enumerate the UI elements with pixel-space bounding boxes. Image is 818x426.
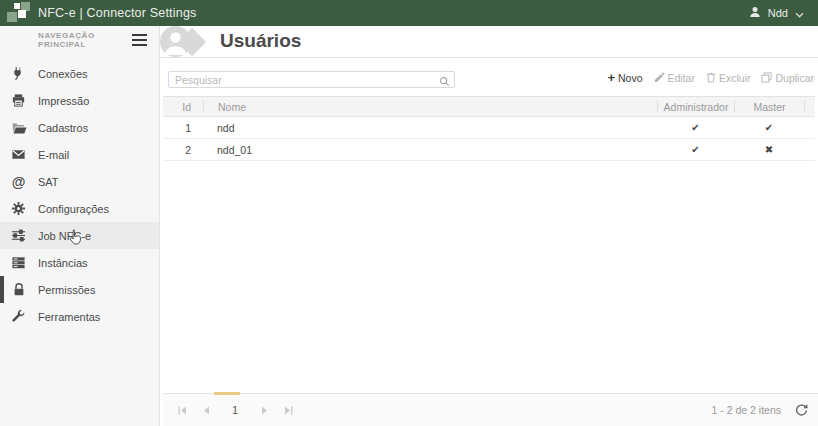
envelope-icon [10, 146, 27, 163]
sliders-icon [10, 227, 27, 244]
at-sign-icon: @ [10, 173, 27, 190]
search-icon [439, 73, 450, 91]
page-header: Usuários [160, 26, 818, 58]
users-grid: Id Nome Administrador Master 1 ndd ✔ ✔ 2… [163, 96, 815, 161]
table-row[interactable]: 2 ndd_01 ✔ ✖ [163, 139, 815, 161]
user-avatar-badge [160, 26, 191, 57]
delete-button-label: Excluir [719, 72, 751, 84]
column-header-nome[interactable]: Nome [203, 100, 657, 113]
sidebar-item-label: Conexões [38, 68, 88, 80]
new-button-label: Novo [618, 72, 643, 84]
nav-list: Conexões Impressão Cadastros E-mail [0, 60, 159, 330]
plug-icon [10, 65, 27, 82]
cursor-hand-icon [68, 229, 82, 249]
printer-icon [10, 92, 27, 109]
trash-icon [706, 72, 716, 85]
sidebar-item-label: Cadastros [38, 122, 88, 134]
wrench-icon [10, 308, 27, 325]
search-box [168, 70, 455, 87]
page-title: Usuários [220, 30, 301, 52]
grid-header-row: Id Nome Administrador Master [163, 96, 815, 117]
new-button[interactable]: + Novo [607, 72, 642, 84]
column-header-stub [804, 100, 815, 113]
sidebar-item-configuracoes[interactable]: Configurações [0, 195, 159, 222]
search-input[interactable] [168, 71, 455, 88]
app-title: NFC-e | Connector Settings [38, 6, 197, 20]
folder-open-icon [10, 119, 27, 136]
sidebar-item-job-nfce[interactable]: Job NFC-e [0, 222, 159, 249]
current-page-indicator [214, 392, 240, 395]
topbar: NFC-e | Connector Settings Ndd [0, 0, 818, 26]
sidebar-item-instancias[interactable]: Instâncias [0, 249, 159, 276]
table-row[interactable]: 1 ndd ✔ ✔ [163, 117, 815, 139]
chevron-down-icon [795, 4, 804, 22]
cell-nome: ndd_01 [203, 144, 657, 156]
lock-icon [10, 281, 27, 298]
page-number[interactable]: 1 [222, 404, 248, 416]
server-icon [10, 254, 27, 271]
edit-button[interactable]: Editar [654, 72, 695, 85]
ndd-squares-logo [4, 2, 34, 24]
sidebar-item-label: Permissões [38, 284, 95, 296]
cell-id: 2 [163, 144, 203, 156]
sidebar-item-email[interactable]: E-mail [0, 141, 159, 168]
cross-icon: ✖ [734, 144, 804, 155]
pager-info: 1 - 2 de 2 itens [712, 404, 781, 416]
sidebar-item-label: E-mail [38, 149, 69, 161]
edit-button-label: Editar [668, 72, 695, 84]
refresh-icon[interactable] [795, 404, 808, 417]
sidebar-item-impressao[interactable]: Impressão [0, 87, 159, 114]
nav-header-label: NAVEGAÇÃO PRINCIPAL [38, 31, 132, 49]
next-page-button[interactable] [256, 402, 272, 418]
sidebar-item-ferramentas[interactable]: Ferramentas [0, 303, 159, 330]
person-icon [749, 4, 761, 22]
cell-nome: ndd [203, 122, 657, 134]
sidebar-item-label: Impressão [38, 95, 89, 107]
duplicate-button[interactable]: Duplicar [761, 72, 814, 85]
hamburger-icon[interactable] [132, 34, 147, 46]
check-icon: ✔ [734, 122, 804, 133]
gear-icon [10, 200, 27, 217]
previous-page-button[interactable] [198, 402, 214, 418]
copy-icon [761, 72, 772, 85]
user-menu[interactable]: Ndd [749, 4, 804, 22]
column-header-id[interactable]: Id [163, 100, 203, 113]
check-icon: ✔ [657, 144, 734, 155]
column-header-master[interactable]: Master [734, 100, 804, 113]
column-header-administrador[interactable]: Administrador [657, 100, 734, 113]
pager: 1 1 - 2 de 2 itens [163, 393, 818, 426]
toolbar: + Novo Editar Excluir [168, 69, 815, 87]
sidebar: NAVEGAÇÃO PRINCIPAL Conexões Impressão [0, 26, 160, 426]
sidebar-item-label: Ferramentas [38, 311, 100, 323]
first-page-button[interactable] [174, 402, 190, 418]
cell-id: 1 [163, 122, 203, 134]
sidebar-item-conexoes[interactable]: Conexões [0, 60, 159, 87]
user-name: Ndd [768, 7, 788, 19]
pencil-icon [654, 72, 665, 85]
check-icon: ✔ [657, 122, 734, 133]
duplicate-button-label: Duplicar [775, 72, 814, 84]
plus-icon: + [607, 73, 615, 83]
sidebar-item-permissoes[interactable]: Permissões [0, 276, 159, 303]
sidebar-item-label: Configurações [38, 203, 109, 215]
sidebar-item-label: Job NFC-e [38, 230, 91, 242]
last-page-button[interactable] [280, 402, 296, 418]
sidebar-item-sat[interactable]: @ SAT [0, 168, 159, 195]
content-area: Usuários + Novo Editar [160, 26, 818, 426]
sidebar-item-cadastros[interactable]: Cadastros [0, 114, 159, 141]
sidebar-item-label: SAT [38, 176, 59, 188]
sidebar-item-label: Instâncias [38, 257, 88, 269]
delete-button[interactable]: Excluir [706, 72, 751, 85]
